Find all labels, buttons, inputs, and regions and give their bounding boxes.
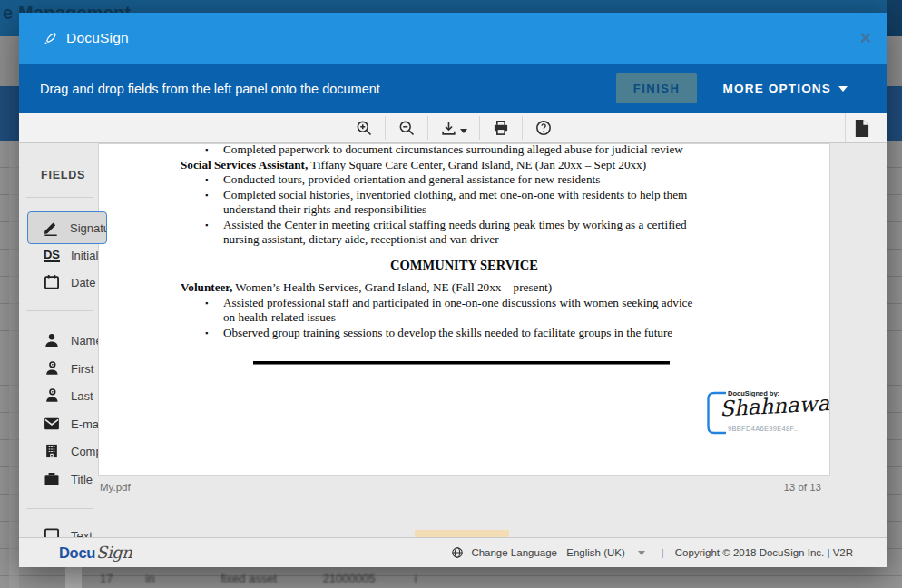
field-item-label: Signature [70,221,107,235]
docusign-modal: DocuSign ✕ Drag and drop fields from the… [19,13,887,567]
logo-docu-text: Docu [59,544,95,562]
person-first-icon [43,359,61,377]
field-item-label: Text [71,529,93,538]
document-line: understand their rights and responsibili… [99,202,829,218]
document-line: ▪Completed social histories, inventoried… [99,188,829,203]
signature-block[interactable]: DocuSigned by: Shahnawaz 9BBFD4A6E99E48F… [706,389,824,440]
more-options-button[interactable]: MORE OPTIONS [723,64,848,113]
panel-divider [26,197,93,198]
page-layout-button[interactable] [845,113,877,142]
field-item-label: Date [71,276,95,289]
person-icon [43,331,61,349]
help-icon [534,119,553,137]
document-line: ▪Observed group training sessions to dev… [99,326,829,341]
field-item-label: First [71,362,93,376]
footer-right: Change Language - English (UK) | Copyrig… [451,538,853,567]
background-table-cell [65,567,82,588]
document-page-icon [853,119,870,138]
docusign-brand: DocuSign [43,13,129,64]
fields-panel-title: FIELDS [41,169,85,181]
finish-button[interactable]: FINISH [616,74,697,103]
close-icon[interactable]: ✕ [856,28,876,48]
zoom-in-button[interactable] [343,113,385,142]
page-indicator: 13 of 13 [783,482,821,493]
zoom-in-icon [355,119,373,137]
ds-initial-icon: DS [43,246,61,264]
pdf-document-page[interactable]: ▪Completed paperwork to document circums… [98,143,830,476]
bullet-marker: ▪ [205,296,208,311]
document-line: COMMUNITY SERVICE [99,258,829,273]
envelope-icon [43,415,61,433]
chevron-down-icon [838,86,848,92]
calendar-icon [43,273,61,291]
panel-divider [26,310,93,311]
building-icon [43,442,61,460]
footer-divider: | [662,547,664,558]
instruction-text: Drag and drop fields from the left panel… [40,64,380,113]
person-last-icon [43,387,61,405]
document-line: ▪Assisted professional staff and partici… [99,296,829,311]
document-line: ▪Completed paperwork to document circums… [99,143,829,158]
bullet-marker: ▪ [205,218,208,233]
help-button[interactable] [523,113,564,142]
download-options-caret-icon [460,129,467,133]
document-horizontal-rule [253,361,670,365]
toolbar-button-group [19,113,887,142]
change-language-link[interactable]: Change Language - English (UK) [471,547,624,558]
document-line: Social Services Assistant, Tiffany Squar… [99,158,829,173]
document-line: ▪Conducted tours, provided orientation a… [99,172,829,188]
document-toolbar [19,113,887,143]
briefcase-icon [43,470,61,488]
download-icon [440,120,457,137]
background-table-row-text: 17 in fixed asset 21000005 i [100,572,753,585]
bullet-marker: ▪ [205,326,208,341]
instruction-bar: Drag and drop fields from the left panel… [19,64,887,113]
document-line: on health-related issues [99,310,829,326]
print-icon [492,119,510,137]
modal-title: DocuSign [66,30,129,46]
globe-icon [451,546,464,559]
field-tag-fragment [415,530,509,537]
field-item-signature[interactable]: Signature [27,211,107,244]
download-button[interactable] [428,113,479,142]
document-line: nursing assistant, dietary aide, recepti… [99,232,829,248]
bullet-marker: ▪ [205,188,208,203]
copyright-text: Copyright © 2018 DocuSign Inc. | V2R [675,547,853,558]
document-line: Volunteer, Women’s Health Services, Gran… [99,280,829,296]
docusign-logo: Docu Sign [59,543,132,562]
modal-header: DocuSign ✕ [19,13,887,64]
field-item-label: Last [71,389,93,403]
more-options-label: MORE OPTIONS [723,82,831,95]
background-header-corner [887,0,902,36]
text-field-icon [43,526,61,537]
signature-id: 9BBFD4A6E99E48F... [728,425,800,433]
bullet-marker: ▪ [205,143,208,158]
zoom-out-button[interactable] [386,113,427,142]
sign-pen-icon [42,219,60,237]
background-table-column [9,141,19,588]
field-item-text[interactable]: Text [19,522,182,537]
modal-content: FIELDS SignatureDSInitialDateNameFirstLa… [19,143,887,537]
panel-divider [26,508,93,509]
zoom-out-icon [397,119,416,137]
modal-footer: Docu Sign Change Language - English (UK)… [19,537,887,567]
logo-sign-text: Sign [96,543,132,562]
field-item-label: Initial [71,249,98,262]
print-button[interactable] [480,113,522,142]
field-item-label: Title [71,473,93,486]
language-caret-icon[interactable] [638,551,645,555]
document-line: ▪Assisted the Center in meeting critical… [99,218,829,233]
bullet-marker: ▪ [205,172,208,188]
document-text: ▪Completed paperwork to document circums… [99,143,829,340]
pen-nib-icon [43,31,58,46]
